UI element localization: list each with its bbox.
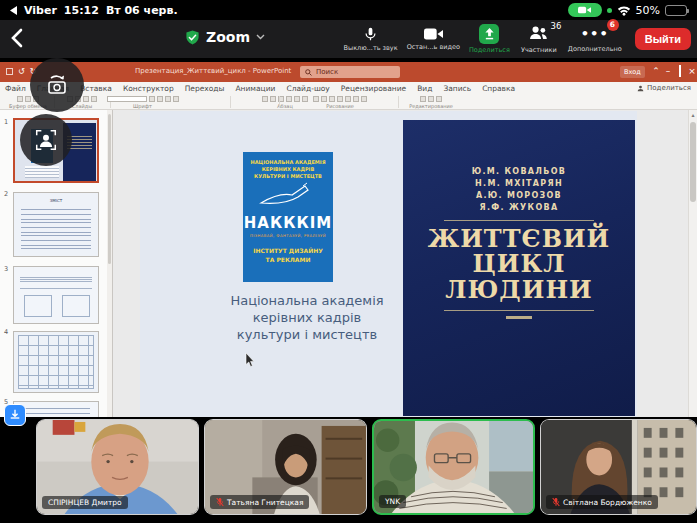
clock: 15:12 — [64, 4, 99, 17]
search-input[interactable]: Поиск — [300, 66, 400, 78]
book-title-line: ЛЮДИНИ — [403, 277, 635, 302]
switch-camera-button[interactable] — [30, 58, 84, 112]
date: Вт 06 черв. — [106, 4, 178, 17]
slide-number: 3 — [4, 265, 8, 273]
slide-thumbnail-2[interactable]: ЗМІСТ — [13, 192, 99, 257]
muted-mic-icon — [216, 497, 224, 507]
chevron-left-icon — [10, 28, 24, 48]
book-author: Я.Ф. ЖУКОВА — [403, 202, 635, 214]
leave-button[interactable]: Выйти — [635, 28, 691, 50]
slide-number: 2 — [4, 190, 8, 198]
camera-rotate-icon — [43, 71, 71, 99]
chevron-down-icon — [256, 34, 265, 40]
slide-caption: Національна академія керівних кадрів кул… — [222, 293, 392, 344]
ppt-share-label: Поделиться — [647, 84, 691, 92]
participants-label: Участники — [521, 46, 557, 54]
undo-icon[interactable]: ↺ — [18, 67, 25, 76]
group-font[interactable]: Шрифт — [95, 95, 190, 109]
maximize-button[interactable] — [674, 65, 686, 78]
video-camera-icon — [578, 6, 591, 14]
participant-name-label: Світлана Бордюженко — [546, 495, 658, 509]
mute-button[interactable]: Выклю...ть звук — [344, 26, 398, 52]
mute-label: Выклю...ть звук — [344, 44, 398, 52]
annotation-toolbar-button[interactable] — [4, 404, 26, 426]
group-editing[interactable]: Редактирование — [400, 95, 462, 109]
participants-count: 36 — [551, 21, 562, 31]
video-tile[interactable]: Світлана Бордюженко — [540, 419, 697, 515]
status-bar: Viber 15:12 Вт 06 черв. 50% — [0, 0, 697, 20]
crane-logo-icon — [257, 182, 319, 208]
ribbon-tab-slideshow[interactable]: Слайд-шоу — [286, 84, 329, 93]
minimize-button[interactable]: – — [662, 65, 674, 78]
mic-active-dot — [607, 8, 612, 13]
mouse-cursor — [245, 353, 254, 367]
video-tile[interactable]: СПІРІНЦЕВ Дмитро — [36, 419, 199, 515]
search-placeholder: Поиск — [316, 68, 338, 76]
meeting-title[interactable]: Zoom — [185, 29, 265, 45]
ribbon-tab-transitions[interactable]: Переходы — [185, 84, 225, 93]
stop-video-label: Остан...ь видео — [407, 43, 460, 51]
battery-percent: 50% — [636, 4, 660, 17]
back-to-app-icon — [10, 6, 17, 15]
ribbon-tab-review[interactable]: Рецензирование — [341, 84, 406, 93]
ppt-editing-area: 1 2 3 4 5 ЗМІСТ — [0, 110, 697, 417]
book-author: Н.М. МХІТАРЯН — [403, 178, 635, 190]
group-drawing[interactable]: Рисование — [285, 95, 395, 109]
participants-icon — [529, 25, 548, 40]
search-icon — [305, 69, 312, 76]
window-title: Презентация_Життєвий_цикл - PowerPoint — [135, 67, 291, 75]
ribbon-tab-help[interactable]: Справка — [482, 84, 515, 93]
ribbon: Буфер обмена Слайды Шрифт Абзац Рисовани… — [0, 95, 697, 110]
wifi-icon — [617, 5, 631, 16]
ribbon-tab-view[interactable]: Вид — [417, 84, 432, 93]
ribbon-tab-file[interactable]: Файл — [5, 84, 26, 93]
book-title-line: ЦИКЛ — [403, 251, 635, 276]
back-to-app-label[interactable]: Viber — [24, 4, 57, 17]
close-button[interactable]: × — [686, 65, 697, 78]
ribbon-tab-insert[interactable]: Вставка — [80, 84, 112, 93]
back-button[interactable] — [10, 28, 24, 52]
stop-video-button[interactable]: Остан...ь видео — [407, 27, 460, 51]
more-button[interactable]: ••• 6 Дополнительно — [568, 25, 622, 53]
book-title-line: ЖИТТЄВИЙ — [403, 226, 635, 251]
signin-button[interactable]: Вход — [620, 66, 645, 78]
video-tile[interactable]: Татьяна Гнитецкая — [204, 419, 367, 515]
video-tile-active-speaker[interactable]: YNK — [372, 419, 535, 515]
battery-icon — [665, 5, 687, 16]
portrait-mode-button[interactable] — [20, 114, 72, 166]
ribbon-tab-bar: Файл Главная Вставка Конструктор Переход… — [0, 82, 697, 95]
share-label: Поделиться — [469, 46, 510, 54]
microphone-icon — [363, 26, 378, 42]
ribbon-tab-record[interactable]: Запись — [443, 84, 471, 93]
more-ellipsis-icon: ••• 6 — [581, 25, 609, 43]
slide-thumbnail-4[interactable] — [13, 331, 99, 393]
scroll-up-icon[interactable]: ▴ — [689, 110, 697, 120]
ribbon-tab-animations[interactable]: Анимации — [235, 84, 275, 93]
slide-scrollbar[interactable]: ▴ — [688, 110, 697, 417]
participants-button[interactable]: 36 Участники — [519, 25, 559, 54]
video-strip: СПІРІНЦЕВ Дмитро — [0, 417, 697, 523]
save-icon[interactable] — [6, 68, 13, 75]
powerpoint-window: ↺ ↻ Презентация_Життєвий_цикл - PowerPoi… — [0, 62, 697, 417]
annotate-arrow-icon — [9, 409, 21, 421]
meeting-title-label: Zoom — [206, 29, 250, 45]
book-author: А.Ю. МОРОЗОВ — [403, 190, 635, 202]
ipad-screen: Viber 15:12 Вт 06 черв. 50% Zoom — [0, 0, 697, 523]
slide-number: 1 — [4, 118, 8, 126]
ppt-share-button[interactable]: Поделиться — [637, 84, 691, 92]
security-shield-icon — [185, 30, 200, 45]
participant-name-label: СПІРІНЦЕВ Дмитро — [42, 496, 128, 509]
more-label: Дополнительно — [568, 45, 622, 53]
ribbon-options-icon[interactable]: ⌃ — [650, 65, 662, 78]
thumbnail-scrollbar[interactable] — [107, 110, 112, 417]
person-in-frame-icon — [33, 127, 59, 153]
camera-in-use-indicator — [568, 3, 602, 17]
muted-mic-icon — [552, 497, 560, 507]
slide-thumbnail-3[interactable] — [13, 266, 99, 324]
participant-name-label: YNK — [379, 495, 406, 508]
share-button[interactable]: Поделиться — [469, 24, 510, 54]
toc-title: ЗМІСТ — [14, 198, 98, 203]
slide-number: 4 — [4, 328, 8, 336]
ppt-title-bar: ↺ ↻ Презентация_Життєвий_цикл - PowerPoi… — [0, 62, 697, 82]
ribbon-tab-design[interactable]: Конструктор — [123, 84, 174, 93]
